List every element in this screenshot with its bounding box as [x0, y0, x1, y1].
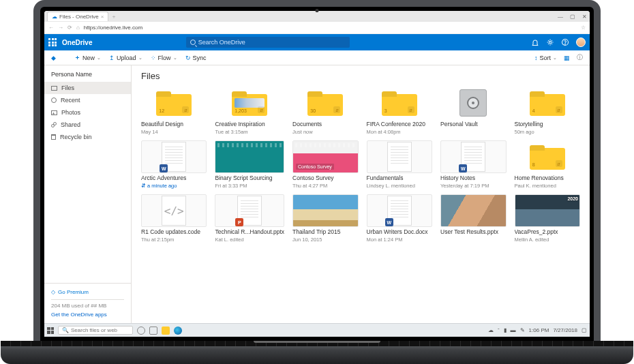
tray-network-icon[interactable]: ▮: [504, 327, 507, 333]
tile-name: VacaPres_2.pptx: [515, 228, 580, 235]
main-content: Files 12⇵Beautiful DesignMay 141,203⇵Cre…: [132, 65, 590, 323]
search-box[interactable]: Search OneDrive: [186, 37, 350, 48]
browser-tab[interactable]: ☁ Files - OneDrive ×: [47, 12, 108, 21]
profile-avatar[interactable]: [576, 37, 586, 47]
file-tile[interactable]: Binary Script SourcingFri at 3:33 PM: [215, 140, 284, 189]
task-view-icon[interactable]: [149, 327, 157, 335]
window-titlebar: ☁ Files - OneDrive × ＋ — ▢ ✕: [44, 11, 590, 22]
tray-battery-icon[interactable]: ▬: [511, 327, 516, 333]
explorer-icon[interactable]: [162, 327, 170, 335]
file-tile[interactable]: PTechnical R...Handout.pptxKat L. edited: [215, 194, 284, 243]
home-icon[interactable]: ⌂: [76, 25, 80, 31]
tile-meta: Jun 10, 2015: [292, 237, 358, 243]
tile-meta: Paul K. mentioned: [515, 183, 580, 189]
close-tab-icon[interactable]: ×: [101, 14, 104, 20]
tile-meta: Tue at 3:15am: [215, 129, 284, 135]
new-button[interactable]: ＋New⌄: [74, 53, 101, 62]
tile-name: Binary Script Sourcing: [215, 175, 284, 181]
back-icon[interactable]: ←: [48, 25, 54, 31]
search-icon: [190, 40, 196, 45]
edge-icon[interactable]: [174, 327, 182, 335]
file-tile[interactable]: FundamentalsLindsey L. mentioned: [367, 140, 432, 189]
brand-label[interactable]: OneDrive: [62, 39, 92, 46]
file-tile[interactable]: WUrban Writers Doc.docxMon at 1:24 PM: [367, 194, 432, 243]
help-icon[interactable]: [561, 38, 569, 46]
tile-name: Contoso Survey: [292, 175, 358, 181]
tile-meta: Mon at 4:08pm: [367, 129, 432, 135]
tab-title: Files - OneDrive: [59, 14, 99, 20]
premium-diamond-icon[interactable]: ◆: [44, 50, 62, 65]
tile-meta: 50m ago: [515, 129, 580, 135]
tile-meta: Fri at 3:33 PM: [215, 183, 284, 189]
diamond-icon: ◇: [51, 289, 55, 295]
shared-icon: [51, 122, 57, 127]
forward-icon[interactable]: →: [58, 25, 63, 31]
tile-meta: ⇵ a minute ago: [141, 183, 207, 189]
sidebar-item-files[interactable]: Files: [44, 82, 131, 94]
file-tile[interactable]: 2020VacaPres_2.pptxMellin A. edited: [515, 194, 580, 243]
sidebar-item-shared[interactable]: Shared: [44, 119, 131, 131]
file-tile[interactable]: WHistory NotesYesterday at 7:19 PM: [440, 140, 506, 189]
tile-name: Urban Writers Doc.docx: [367, 228, 432, 235]
clock-time[interactable]: 1:06 PM: [529, 327, 549, 333]
tile-name: Documents: [292, 121, 358, 127]
upload-button[interactable]: ↥Upload⌄: [109, 55, 142, 61]
tile-meta: Kat L. edited: [215, 237, 284, 243]
file-tile[interactable]: 8⇵Home RenovationsPaul K. mentioned: [515, 140, 580, 189]
file-tile[interactable]: Thailand Trip 2015Jun 10, 2015: [292, 194, 358, 243]
file-tile[interactable]: 3⇵FIRA Conference 2020Mon at 4:08pm: [367, 87, 432, 135]
file-tile[interactable]: 12⇵Beautiful DesignMay 14: [141, 87, 207, 135]
storage-quota: 204 MB used of ## MB: [51, 303, 124, 309]
favorite-icon[interactable]: ☆: [581, 25, 586, 31]
app-launcher-icon[interactable]: [48, 38, 57, 46]
flow-button[interactable]: ⁘Flow⌄: [151, 55, 177, 61]
file-tile[interactable]: WArctic Adventures⇵ a minute ago: [141, 140, 207, 189]
page-heading: Files: [141, 71, 580, 81]
address-bar: ← → ⟳ ⌂ https://onedrive.live.com ☆: [44, 22, 590, 34]
svg-point-0: [549, 41, 551, 43]
file-tile[interactable]: Personal Vault: [440, 87, 506, 135]
get-apps-link[interactable]: Get the OneDrive apps: [51, 312, 124, 318]
taskbar-search[interactable]: 🔍Search files or web: [58, 326, 133, 335]
window-maximize[interactable]: ▢: [570, 14, 575, 20]
sidebar-item-recent[interactable]: Recent: [44, 94, 131, 106]
sort-button[interactable]: ↕Sort⌄: [534, 55, 557, 61]
tray-pen-icon[interactable]: ✎: [520, 327, 525, 333]
search-placeholder: Search OneDrive: [198, 39, 245, 46]
tile-name: Creative Inspiration: [215, 121, 284, 127]
file-tile[interactable]: </>R1 Code updates.codeThu at 2:15pm: [141, 194, 207, 243]
file-tile[interactable]: 4⇵Storytelling50m ago: [515, 87, 580, 135]
photos-icon: [51, 110, 57, 115]
window-minimize[interactable]: —: [558, 14, 563, 20]
settings-gear-icon[interactable]: [546, 38, 554, 46]
tile-meta: Just now: [292, 129, 358, 135]
file-tile[interactable]: User Test Results.pptx: [440, 194, 506, 243]
notifications-icon[interactable]: [531, 38, 539, 46]
sidebar-item-photos[interactable]: Photos: [44, 106, 131, 119]
start-button[interactable]: [47, 327, 54, 334]
info-pane-icon[interactable]: ⓘ: [577, 53, 583, 62]
tray-chevron-icon[interactable]: ˆ: [498, 327, 500, 333]
refresh-icon[interactable]: ⟳: [67, 25, 72, 31]
tile-name: Fundamentals: [367, 175, 432, 181]
window-close[interactable]: ✕: [582, 14, 587, 20]
clock-icon: [51, 97, 57, 103]
action-center-icon[interactable]: ▢: [582, 327, 587, 333]
file-tile[interactable]: 1,203⇵Creative InspirationTue at 3:15am: [215, 87, 284, 135]
tile-meta: Mon at 1:24 PM: [367, 237, 432, 243]
file-tile[interactable]: Contoso SurveyContoso SurveyThu at 4:27 …: [292, 140, 358, 189]
sync-button[interactable]: ↻Sync: [185, 55, 207, 61]
new-tab-button[interactable]: ＋: [111, 13, 117, 20]
cortana-icon[interactable]: [137, 327, 145, 335]
file-tile[interactable]: 30⇵DocumentsJust now: [292, 87, 358, 135]
go-premium-link[interactable]: ◇Go Premium: [51, 289, 124, 295]
svg-point-2: [565, 44, 566, 44]
tile-meta: Mellin A. edited: [515, 237, 580, 243]
url-text[interactable]: https://onedrive.live.com: [84, 25, 577, 31]
tray-onedrive-icon[interactable]: ☁: [488, 327, 494, 333]
clock-date[interactable]: 7/27/2018: [553, 327, 577, 333]
sidebar-item-recycle[interactable]: Recycle bin: [44, 131, 131, 143]
view-tiles-icon[interactable]: ▦: [564, 55, 570, 61]
tile-name: Arctic Adventures: [141, 175, 207, 181]
tile-name: Personal Vault: [440, 121, 506, 127]
